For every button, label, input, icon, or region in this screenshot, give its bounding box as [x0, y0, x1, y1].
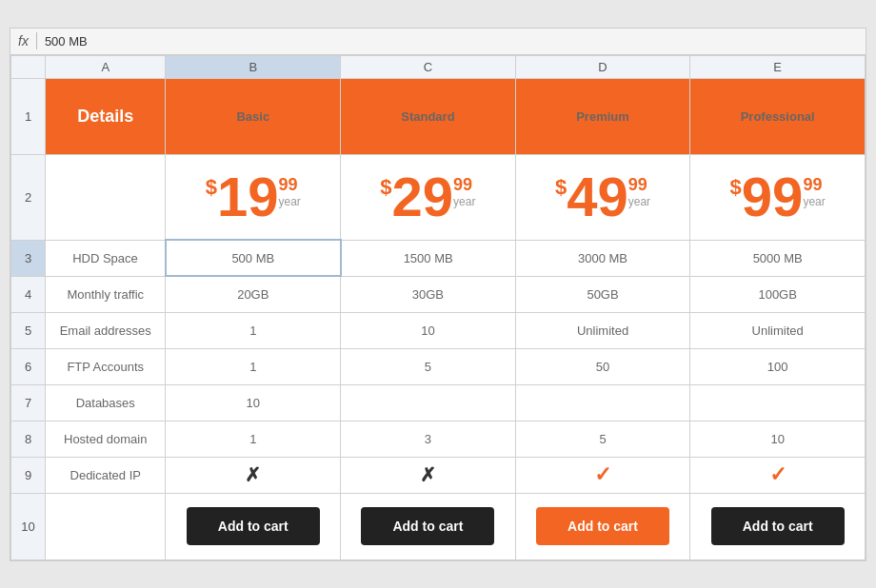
basic-hdd-input[interactable]: 500 MB: [166, 240, 341, 276]
standard-price-display: $ 29 99 year: [341, 169, 515, 225]
basic-dedicated-ip: ✗: [166, 457, 341, 493]
hosted-domain-label: Hosted domain: [46, 421, 166, 457]
basic-databases: 10: [166, 384, 341, 421]
standard-hdd: 1500 MB: [341, 240, 516, 276]
professional-dedicated-ip: ✓: [690, 457, 866, 493]
basic-traffic: 20GB: [166, 276, 341, 312]
professional-header: Professional: [690, 78, 866, 154]
basic-ftp: 1: [166, 348, 341, 384]
premium-amount: 49: [567, 169, 628, 225]
basic-add-to-cart-button[interactable]: Add to cart: [187, 507, 320, 545]
premium-period: year: [628, 195, 650, 208]
corner-header: [11, 55, 46, 78]
professional-price-cell: $ 99 99 year: [690, 154, 866, 240]
basic-currency: $: [206, 175, 217, 200]
standard-add-to-cart-button[interactable]: Add to cart: [361, 507, 494, 545]
traffic-label: Monthly traffic: [46, 276, 166, 312]
standard-traffic: 30GB: [341, 276, 516, 312]
formula-bar: fx 500 MB: [10, 29, 866, 55]
professional-cents-period: 99 year: [803, 175, 825, 208]
row-header-9: 9: [11, 457, 46, 493]
col-header-b[interactable]: B: [166, 55, 341, 78]
premium-databases: [515, 384, 690, 421]
standard-dedicated-ip: ✗: [341, 457, 516, 493]
standard-price-cell: $ 29 99 year: [341, 154, 516, 240]
col-header-e[interactable]: E: [690, 55, 866, 78]
standard-period: year: [453, 195, 475, 208]
premium-add-to-cart-button[interactable]: Add to cart: [536, 507, 669, 545]
basic-hosted-domain: 1: [166, 421, 341, 457]
professional-currency: $: [730, 175, 742, 200]
formula-icon: fx: [18, 33, 29, 49]
premium-header: Premium: [515, 78, 690, 154]
row-header-6: 6: [11, 348, 46, 384]
row-header-8: 8: [11, 421, 46, 457]
row-header-1: 1: [11, 78, 46, 154]
professional-price-display: $ 99 99 year: [690, 169, 865, 225]
premium-hosted-domain: 5: [515, 421, 690, 457]
col-header-d[interactable]: D: [515, 55, 690, 78]
row-header-4: 4: [11, 276, 46, 312]
premium-hdd: 3000 MB: [515, 240, 690, 276]
premium-ftp: 50: [515, 348, 690, 384]
details-header: Details: [46, 78, 166, 154]
standard-databases: [341, 384, 516, 421]
row-header-7: 7: [11, 384, 46, 421]
professional-ftp: 100: [690, 348, 866, 384]
premium-cents: 99: [628, 175, 647, 195]
premium-dedicated-ip: ✓: [515, 457, 690, 493]
premium-email: Unlimited: [515, 312, 690, 348]
basic-period: year: [278, 195, 300, 208]
row-header-5: 5: [11, 312, 46, 348]
col-header-c[interactable]: C: [341, 55, 516, 78]
professional-databases: [690, 384, 866, 421]
basic-email: 1: [166, 312, 341, 348]
professional-hdd: 5000 MB: [690, 240, 866, 276]
professional-amount: 99: [742, 169, 804, 225]
dedicated-ip-label: Dedicated IP: [46, 457, 166, 493]
basic-amount: 19: [217, 169, 279, 225]
premium-cents-period: 99 year: [628, 175, 650, 208]
premium-traffic: 50GB: [515, 276, 690, 312]
professional-cents: 99: [803, 175, 822, 195]
col-header-a[interactable]: A: [46, 55, 166, 78]
basic-price-cell: $ 19 99 year: [166, 154, 341, 240]
professional-hosted-domain: 10: [690, 421, 866, 457]
standard-cents: 99: [453, 175, 472, 195]
databases-label: Databases: [46, 384, 166, 421]
standard-cents-period: 99 year: [453, 175, 475, 208]
premium-cart-cell: Add to cart: [515, 493, 690, 559]
standard-header: Standard: [341, 78, 516, 154]
premium-currency: $: [555, 175, 567, 200]
formula-value: 500 MB: [45, 34, 88, 49]
standard-amount: 29: [392, 169, 454, 225]
premium-price-cell: $ 49 99 year: [515, 154, 690, 240]
row-header-10: 10: [11, 493, 46, 559]
basic-header: Basic: [166, 78, 341, 154]
professional-period: year: [803, 195, 825, 208]
standard-cart-cell: Add to cart: [341, 493, 516, 559]
standard-currency: $: [380, 175, 391, 200]
professional-traffic: 100GB: [690, 276, 866, 312]
premium-price-display: $ 49 99 year: [516, 169, 690, 225]
hdd-label: HDD Space: [46, 240, 166, 276]
details-price-cell: [46, 154, 166, 240]
row-header-2: 2: [11, 154, 46, 240]
standard-hosted-domain: 3: [341, 421, 516, 457]
spreadsheet-table: A B C D E 1 Details Basic Standard Premi…: [10, 55, 866, 560]
professional-email: Unlimited: [690, 312, 866, 348]
basic-cents: 99: [278, 175, 297, 195]
basic-cents-period: 99 year: [278, 175, 300, 208]
professional-add-to-cart-button[interactable]: Add to cart: [711, 507, 845, 545]
standard-email: 10: [341, 312, 516, 348]
basic-cart-cell: Add to cart: [166, 493, 341, 559]
standard-ftp: 5: [341, 348, 516, 384]
professional-cart-cell: Add to cart: [690, 493, 866, 559]
basic-price-display: $ 19 99 year: [166, 169, 340, 225]
row-header-3: 3: [11, 240, 46, 276]
email-label: Email addresses: [46, 312, 166, 348]
details-cart-cell: [46, 493, 166, 559]
ftp-label: FTP Accounts: [46, 348, 166, 384]
